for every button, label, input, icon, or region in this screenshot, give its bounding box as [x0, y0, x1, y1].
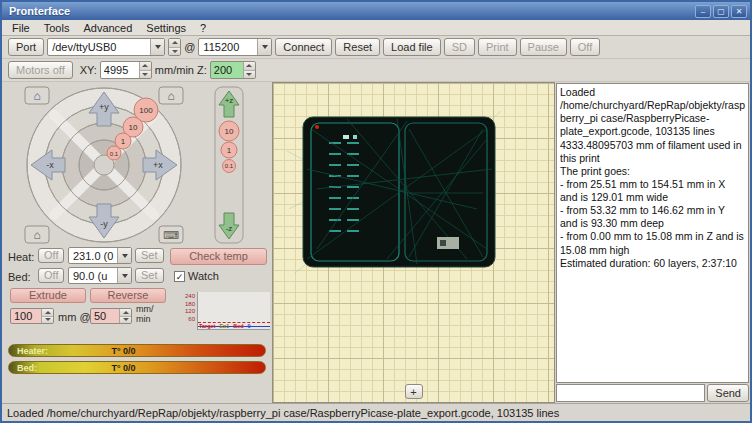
port-refresh-spinner[interactable] [168, 38, 181, 56]
jog-y-plus-label: +y [99, 102, 109, 112]
z-feed-spinner[interactable] [210, 61, 256, 79]
spin-up-icon[interactable] [169, 39, 181, 48]
temperature-graph[interactable]: 240 180 120 60 Target Ex1 Bed 0 [182, 292, 270, 330]
menu-settings[interactable]: Settings [140, 21, 192, 35]
viewer-zoom-in-button[interactable]: + [405, 384, 423, 399]
send-button[interactable]: Send [707, 384, 749, 402]
extrude-length-input[interactable] [11, 309, 41, 323]
bed-set-button[interactable]: Set [135, 268, 164, 283]
bed-dropdown-arrow-icon[interactable] [117, 268, 131, 283]
off-button[interactable]: Off [570, 38, 600, 56]
watch-checkbox-row[interactable]: ✓ Watch [174, 270, 219, 282]
gcode-viewer[interactable]: + [272, 82, 555, 403]
graph-legend: Target Ex1 Bed 0 [198, 323, 270, 329]
heater-gauge-label: Heater: [9, 346, 54, 356]
heat-label: Heat: [8, 251, 34, 263]
bed-gauge: Bed: T° 0/0 [8, 361, 266, 374]
console-panel: Loaded /home/churchyard/RepRap/objekty/r… [555, 82, 750, 403]
extrude-speed-input[interactable] [91, 309, 119, 323]
send-command-row: Send [556, 383, 749, 402]
motors-off-button[interactable]: Motors off [8, 61, 73, 79]
jog-distance-10-label: 10 [129, 123, 138, 132]
heat-off-button[interactable]: Off [38, 248, 64, 263]
jog-distance-0.1-label: 0.1 [110, 151, 119, 157]
menu-bar: File Tools Advanced Settings ? [2, 20, 750, 36]
window-title: Pronterface [5, 5, 693, 17]
close-button[interactable]: ✕ [731, 5, 747, 18]
z-feed-input[interactable] [211, 62, 243, 78]
reverse-button[interactable]: Reverse [90, 288, 166, 303]
connect-button[interactable]: Connect [275, 38, 332, 56]
home-icon: ⌂ [33, 89, 40, 103]
menu-file[interactable]: File [6, 21, 36, 35]
menu-help[interactable]: ? [194, 21, 212, 35]
z-distance-0.1-label: 0.1 [225, 163, 234, 169]
port-button[interactable]: Port [8, 38, 44, 56]
spin-down-icon[interactable] [42, 317, 53, 324]
baud-dropdown-arrow-icon[interactable] [257, 39, 271, 55]
bed-temp-combobox[interactable]: 90.0 (u [68, 267, 132, 284]
status-bar: Loaded /home/churchyard/RepRap/objekty/r… [2, 403, 750, 421]
check-temp-button[interactable]: Check temp [170, 248, 267, 265]
spin-down-icon[interactable] [140, 71, 151, 79]
heat-dropdown-arrow-icon[interactable] [117, 248, 131, 263]
menu-advanced[interactable]: Advanced [77, 21, 138, 35]
xy-feed-label: XY: [80, 64, 97, 76]
bed-off-button[interactable]: Off [38, 268, 64, 283]
bed-gauge-label: Bed: [9, 363, 43, 373]
spin-up-icon[interactable] [120, 309, 131, 317]
at-label: @ [184, 41, 195, 53]
xy-feed-spinner[interactable] [100, 61, 152, 79]
heat-temp-combobox[interactable]: 231.0 (0 [68, 247, 132, 264]
heat-temp-value: 231.0 (0 [69, 250, 117, 262]
main-area: +y -y -x +x ⌂ ⌂ ⌂ ⌨ [2, 82, 750, 403]
extrude-button[interactable]: Extrude [10, 288, 86, 303]
sd-button[interactable]: SD [444, 38, 475, 56]
title-bar[interactable]: Pronterface – ▢ ✕ [2, 2, 750, 20]
watch-checkbox[interactable]: ✓ [174, 271, 185, 282]
extrude-speed-spinner[interactable] [90, 308, 132, 324]
jog-distance-100-label: 100 [139, 106, 153, 115]
menu-tools[interactable]: Tools [38, 21, 76, 35]
keyboard-icon: ⌨ [163, 229, 179, 241]
motion-toolbar: Motors off XY: mm/min Z: [2, 59, 750, 82]
graph-y-axis: 240 180 120 60 [182, 292, 197, 330]
port-value: /dev/ttyUSB0 [48, 41, 150, 53]
bed-label: Bed: [8, 271, 31, 283]
xy-feed-input[interactable] [101, 62, 139, 78]
load-file-button[interactable]: Load file [383, 38, 441, 56]
spin-down-icon[interactable] [244, 71, 255, 79]
jog-x-plus-label: +x [153, 160, 163, 170]
status-text: Loaded /home/churchyard/RepRap/objekty/r… [7, 407, 559, 419]
spin-up-icon[interactable] [244, 62, 255, 71]
speed-unit-label: mm/min [136, 305, 154, 325]
home-icon: ⌂ [167, 89, 174, 103]
baud-combobox[interactable]: 115200 [198, 38, 272, 56]
port-dropdown-arrow-icon[interactable] [150, 39, 164, 55]
heat-set-button[interactable]: Set [135, 248, 164, 263]
print-button[interactable]: Print [478, 38, 517, 56]
extrude-length-spinner[interactable] [10, 308, 54, 324]
reset-button[interactable]: Reset [335, 38, 380, 56]
spin-down-icon[interactable] [120, 317, 131, 324]
xy-jog-pad[interactable]: +y -y -x +x ⌂ ⌂ ⌂ ⌨ [24, 86, 184, 244]
log-output[interactable]: Loaded /home/churchyard/RepRap/objekty/r… [556, 83, 749, 383]
z-jog-column[interactable]: +z 10 1 0.1 -z [212, 86, 246, 244]
jog-x-minus-label: -x [46, 160, 54, 170]
minimize-button[interactable]: – [695, 5, 711, 18]
port-combobox[interactable]: /dev/ttyUSB0 [47, 38, 165, 56]
command-input[interactable] [556, 384, 705, 402]
bed-temp-value: 90.0 (u [69, 270, 117, 282]
z-distance-10-label: 10 [225, 127, 234, 136]
baud-value: 115200 [199, 41, 257, 53]
spin-up-icon[interactable] [140, 62, 151, 71]
heater-gauge: Heater: T° 0/0 [8, 344, 266, 357]
spin-up-icon[interactable] [42, 309, 53, 317]
pause-button[interactable]: Pause [520, 38, 567, 56]
jog-z-plus-label: +z [225, 96, 234, 105]
maximize-button[interactable]: ▢ [713, 5, 729, 18]
spin-down-icon[interactable] [169, 48, 181, 56]
z-distance-1-label: 1 [227, 146, 232, 155]
graph-plot-area: Target Ex1 Bed 0 [197, 292, 270, 330]
bed-gauge-value: T° 0/0 [111, 363, 135, 373]
